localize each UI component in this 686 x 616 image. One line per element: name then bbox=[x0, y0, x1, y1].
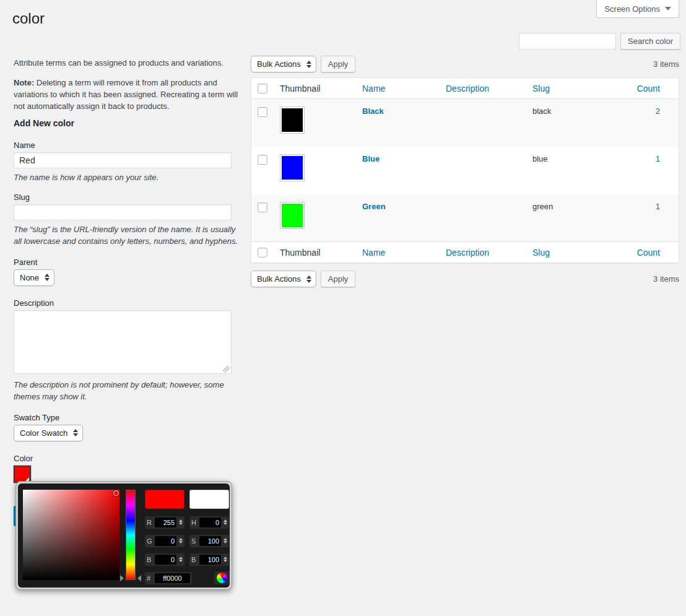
header-count-sort[interactable]: Count bbox=[637, 84, 660, 93]
stepper-icon[interactable] bbox=[179, 557, 183, 562]
row-checkbox[interactable] bbox=[258, 107, 267, 117]
terms-list-panel: Bulk Actions Apply 3 items Thumbnail Nam… bbox=[251, 56, 679, 287]
color-wheel-icon bbox=[217, 573, 227, 583]
select-arrows-icon bbox=[306, 61, 311, 68]
saturation-spinner: S 100 bbox=[189, 535, 229, 547]
table-row: Black black 2 bbox=[251, 99, 679, 147]
intro-text: Attribute terms can be assigned to produ… bbox=[14, 58, 244, 69]
stepper-icon[interactable] bbox=[224, 519, 227, 525]
footer-count-sort[interactable]: Count bbox=[637, 248, 660, 258]
color-wheel-button[interactable] bbox=[214, 571, 230, 584]
bottom-toolbar: Bulk Actions Apply 3 items bbox=[251, 271, 679, 287]
blue-spinner: B 0 bbox=[145, 553, 185, 566]
name-label: Name bbox=[14, 141, 244, 150]
parent-select[interactable]: None bbox=[14, 269, 54, 286]
blue-spinner-value[interactable]: 0 bbox=[155, 555, 176, 565]
blue-spinner-label: B bbox=[147, 556, 152, 563]
items-count: 3 items bbox=[653, 274, 679, 284]
parent-label: Parent bbox=[14, 258, 244, 267]
select-arrows-icon bbox=[45, 274, 50, 281]
term-name-link[interactable]: Green bbox=[362, 202, 386, 211]
green-spinner-value[interactable]: 0 bbox=[155, 536, 176, 546]
bulk-actions-value: Bulk Actions bbox=[257, 274, 301, 284]
term-slug: green bbox=[532, 202, 553, 211]
stepper-icon[interactable] bbox=[224, 538, 227, 544]
hex-label: # bbox=[147, 575, 152, 582]
header-name-sort[interactable]: Name bbox=[362, 84, 385, 93]
hue-spinner-label: H bbox=[191, 519, 197, 526]
slug-field[interactable] bbox=[14, 204, 232, 220]
term-count-link[interactable]: 1 bbox=[656, 202, 660, 211]
hue-slider[interactable] bbox=[126, 490, 136, 580]
brightness-spinner-value[interactable]: 100 bbox=[199, 555, 221, 565]
hue-slider-handle-left-icon[interactable] bbox=[120, 575, 124, 581]
saturation-spinner-value[interactable]: 100 bbox=[199, 536, 221, 546]
note-label: Note: bbox=[14, 78, 34, 87]
red-spinner: R 255 bbox=[145, 516, 185, 529]
stepper-icon[interactable] bbox=[179, 538, 183, 544]
select-all-checkbox[interactable] bbox=[258, 248, 267, 258]
header-slug-sort[interactable]: Slug bbox=[532, 84, 550, 93]
current-color-preview bbox=[145, 490, 185, 509]
saturation-cursor[interactable] bbox=[113, 490, 119, 496]
items-count: 3 items bbox=[653, 59, 679, 69]
note-body: Deleting a term will remove it from all … bbox=[14, 78, 238, 111]
saturation-brightness-field[interactable] bbox=[23, 490, 119, 580]
select-all-checkbox[interactable] bbox=[258, 84, 267, 93]
hex-value-input[interactable]: ff0000 bbox=[155, 573, 190, 583]
term-name-link[interactable]: Blue bbox=[362, 154, 380, 163]
search-input[interactable] bbox=[519, 33, 616, 50]
color-swatch-button[interactable] bbox=[14, 466, 31, 483]
previous-color-preview bbox=[189, 490, 229, 509]
apply-button[interactable]: Apply bbox=[321, 56, 356, 72]
red-spinner-value[interactable]: 255 bbox=[155, 518, 176, 527]
term-name-link[interactable]: Black bbox=[362, 106, 384, 116]
term-thumbnail-color bbox=[282, 156, 303, 180]
stepper-icon[interactable] bbox=[179, 519, 183, 525]
top-toolbar: Bulk Actions Apply 3 items bbox=[251, 56, 679, 72]
swatch-type-select[interactable]: Color Swatch bbox=[14, 425, 83, 441]
brightness-spinner-label: B bbox=[191, 556, 197, 563]
header-thumbnail: Thumbnail bbox=[274, 78, 356, 99]
footer-description-sort[interactable]: Description bbox=[446, 248, 489, 258]
row-checkbox[interactable] bbox=[258, 202, 267, 212]
terms-table: Thumbnail Name Description Slug Count Bl… bbox=[251, 77, 679, 263]
add-new-heading: Add New color bbox=[14, 118, 244, 128]
resize-handle[interactable] bbox=[223, 366, 230, 373]
name-field[interactable] bbox=[14, 152, 232, 168]
green-spinner-label: G bbox=[147, 537, 152, 545]
term-count-link[interactable]: 1 bbox=[656, 154, 660, 163]
screen-options-button[interactable]: Screen Options bbox=[596, 0, 679, 18]
term-count-link[interactable]: 2 bbox=[656, 106, 660, 116]
term-slug: blue bbox=[532, 154, 548, 163]
note-text: Note: Deleting a term will remove it fro… bbox=[14, 77, 244, 113]
hue-slider-handle-right-icon[interactable] bbox=[137, 575, 141, 581]
description-field[interactable] bbox=[14, 310, 232, 374]
description-label: Description bbox=[14, 298, 244, 308]
search-button[interactable]: Search color bbox=[620, 33, 680, 50]
swatch-corner-icon bbox=[25, 477, 29, 481]
apply-button[interactable]: Apply bbox=[321, 271, 356, 287]
parent-select-value: None bbox=[20, 273, 39, 282]
row-checkbox[interactable] bbox=[258, 155, 267, 165]
select-arrows-icon bbox=[73, 429, 78, 436]
hue-spinner-value[interactable]: 0 bbox=[199, 518, 221, 527]
slug-help: The “slug” is the URL-friendly version o… bbox=[14, 224, 244, 248]
header-description-sort[interactable]: Description bbox=[446, 84, 489, 93]
footer-thumbnail: Thumbnail bbox=[274, 242, 356, 263]
color-picker-panel: R 255 G 0 B 0 H 0 bbox=[18, 484, 230, 588]
term-slug: black bbox=[532, 106, 551, 116]
bulk-actions-select[interactable]: Bulk Actions bbox=[251, 271, 316, 287]
bulk-actions-select[interactable]: Bulk Actions bbox=[251, 56, 316, 72]
brightness-spinner: B 100 bbox=[189, 553, 229, 566]
term-thumbnail bbox=[280, 202, 305, 229]
stepper-icon[interactable] bbox=[224, 557, 227, 562]
page-title: color bbox=[12, 10, 45, 28]
table-row: Blue blue 1 bbox=[251, 147, 679, 194]
add-term-panel: Attribute terms can be assigned to produ… bbox=[14, 58, 244, 600]
footer-name-sort[interactable]: Name bbox=[362, 248, 385, 258]
hex-field: # ff0000 bbox=[145, 572, 192, 584]
chevron-down-icon bbox=[665, 7, 671, 11]
footer-slug-sort[interactable]: Slug bbox=[532, 248, 550, 258]
swatch-type-label: Swatch Type bbox=[14, 413, 244, 423]
